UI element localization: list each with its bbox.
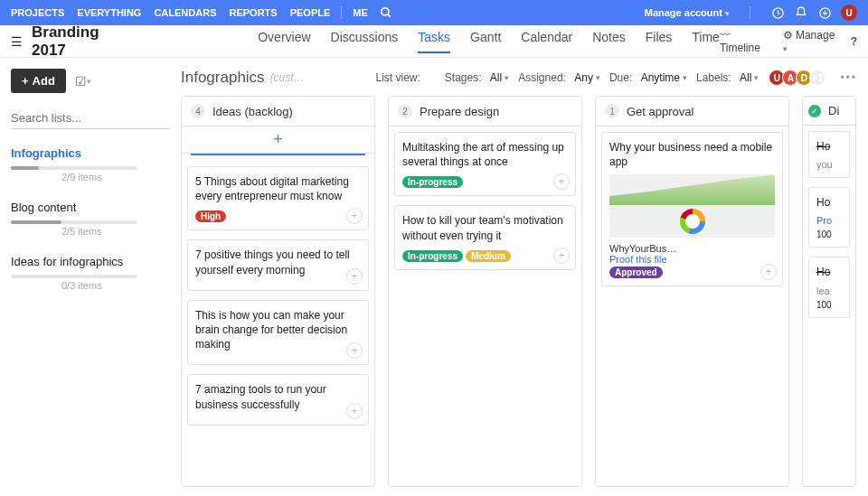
list-count: 2/9 items: [61, 172, 102, 182]
column-title: Prepare design: [420, 105, 499, 118]
tab-overview[interactable]: Overview: [258, 30, 310, 53]
add-button[interactable]: + Add: [11, 69, 66, 93]
card-thumbnail: [609, 174, 775, 238]
board-title: Infographics: [181, 69, 265, 87]
nav-me[interactable]: ME: [353, 7, 368, 18]
card-title: Why your business need a mobile app: [609, 140, 775, 169]
task-card[interactable]: HoPro100: [808, 187, 850, 248]
avatar[interactable]: U: [841, 5, 857, 21]
column-title: Get approval: [627, 105, 693, 118]
card-add-icon[interactable]: +: [553, 248, 570, 264]
column-title: Ideas (backlog): [212, 105, 293, 118]
add-circle-icon[interactable]: [817, 5, 832, 20]
bell-icon[interactable]: [794, 5, 808, 20]
progress-bar: [11, 166, 137, 170]
nav-people[interactable]: PEOPLE: [290, 7, 331, 18]
tag-approved: Approved: [609, 267, 663, 278]
tab-tasks[interactable]: Tasks: [418, 30, 450, 53]
filter-assigned[interactable]: Assigned: Any▾: [518, 71, 600, 84]
manage-account[interactable]: Manage account ▾: [645, 7, 730, 18]
filter-dropdown[interactable]: ☑︎ ▾: [75, 74, 91, 89]
column-count: 2: [398, 104, 412, 118]
task-card[interactable]: Why your business need a mobile appWhyYo…: [601, 132, 783, 286]
card-title: 7 amazing tools to run your business suc…: [195, 382, 361, 411]
nav-projects[interactable]: PROJECTS: [11, 7, 64, 18]
card-filename: WhyYourBus…: [609, 243, 775, 254]
tab-notes[interactable]: Notes: [592, 30, 626, 53]
card-add-icon[interactable]: +: [346, 342, 363, 359]
task-card[interactable]: Multitasking the art of messing up sever…: [394, 132, 576, 196]
sidebar-list-item[interactable]: Infographics: [11, 144, 170, 163]
card-title: How to kill your team's motivation witho…: [402, 213, 568, 242]
card-title: 5 Things about digital marketing every e…: [195, 174, 361, 203]
card-title: Multitasking the art of messing up sever…: [402, 140, 568, 169]
help-icon[interactable]: ?: [851, 35, 857, 48]
list-count: 0/3 items: [61, 280, 102, 291]
progress-bar: [11, 220, 137, 224]
svg-line-1: [388, 14, 391, 17]
nav-reports[interactable]: REPORTS: [229, 7, 277, 18]
column-count: 4: [191, 104, 205, 118]
task-card[interactable]: 7 positive things you need to tell yours…: [187, 239, 369, 290]
tag-inprog: In-progress: [402, 176, 463, 188]
filter-labels[interactable]: Labels: All▾: [696, 71, 759, 84]
progress-bar: [11, 275, 137, 278]
filter-stages[interactable]: Stages: All▾: [445, 71, 509, 84]
search-icon[interactable]: [379, 5, 393, 20]
tag-high: High: [195, 211, 226, 222]
filter-due[interactable]: Due: Anytime▾: [609, 71, 687, 84]
tab-time[interactable]: Time: [692, 30, 720, 53]
manage-button[interactable]: ⚙ Manage ▾: [783, 29, 838, 54]
task-card[interactable]: Hoyou: [808, 131, 850, 178]
task-card[interactable]: 7 amazing tools to run your business suc…: [187, 374, 369, 425]
nav-calendars[interactable]: CALENDARS: [154, 7, 216, 18]
more-icon[interactable]: •••: [840, 71, 857, 84]
search-input[interactable]: [11, 108, 170, 129]
sidebar-list-item[interactable]: Ideas for infographics: [11, 252, 170, 271]
check-icon: ✓: [808, 105, 821, 117]
card-title: 7 positive things you need to tell yours…: [195, 248, 361, 276]
card-add-icon[interactable]: +: [346, 268, 363, 285]
column-count: 1: [605, 104, 619, 118]
clock-icon[interactable]: [770, 5, 785, 20]
task-card[interactable]: 5 Things about digital marketing every e…: [187, 166, 369, 230]
sidebar-list-item[interactable]: Blog content: [11, 198, 170, 217]
tag-inprog: In-progress: [402, 250, 463, 262]
card-add-icon[interactable]: +: [346, 403, 363, 419]
hamburger-icon[interactable]: ☰: [11, 34, 23, 49]
nav-everything[interactable]: EVERYTHING: [77, 7, 141, 18]
tab-gantt[interactable]: Gantt: [470, 30, 501, 53]
tab-discussions[interactable]: Discussions: [331, 30, 399, 53]
task-card[interactable]: This is how you can make your brain chan…: [187, 300, 369, 366]
tab-files[interactable]: Files: [646, 30, 673, 53]
column-title: Di: [828, 104, 839, 117]
board-subtitle: (custo…: [270, 71, 310, 84]
timeline-button[interactable]: 〰 Timeline: [720, 29, 770, 54]
avatar-more[interactable]: +1: [809, 70, 826, 86]
add-card-button[interactable]: +: [182, 126, 374, 154]
list-view-toggle[interactable]: List view:: [375, 71, 435, 84]
task-card[interactable]: How to kill your team's motivation witho…: [394, 205, 576, 269]
project-title: Branding 2017: [32, 23, 131, 60]
tab-calendar[interactable]: Calendar: [521, 30, 572, 53]
task-card[interactable]: Holea100: [808, 257, 850, 317]
list-count: 2/5 items: [61, 226, 102, 237]
tag-med: Medium: [466, 250, 511, 262]
proof-link[interactable]: Proof this file: [609, 254, 775, 265]
card-title: This is how you can make your brain chan…: [195, 308, 361, 352]
svg-point-0: [382, 8, 389, 15]
